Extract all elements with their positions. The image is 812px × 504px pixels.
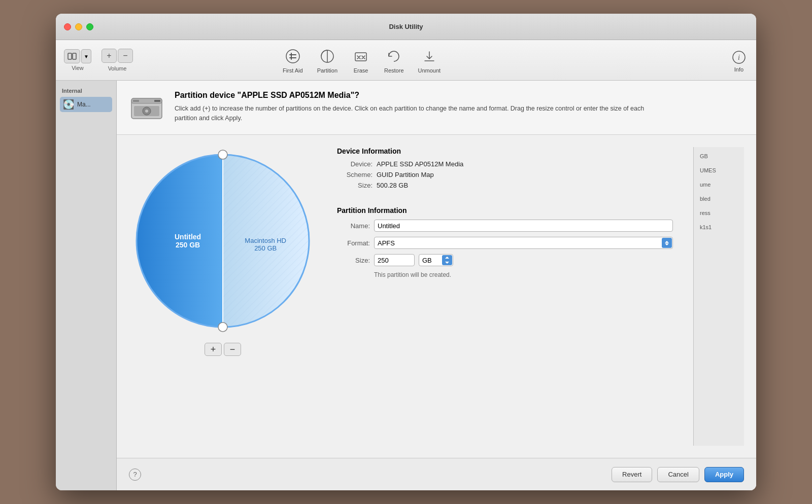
first-aid-icon (284, 47, 302, 65)
partition-label: Partition (317, 67, 337, 74)
format-select[interactable]: APFS Mac OS Extended (Journaled) ExFAT M… (374, 237, 673, 249)
device-value: APPLE SSD AP0512M Media (377, 160, 463, 168)
svg-rect-4 (355, 53, 366, 61)
footer-buttons: Revert Cancel Apply (612, 467, 744, 482)
revert-button[interactable]: Revert (612, 467, 652, 482)
size-unit-wrapper: GB MB TB (419, 254, 453, 266)
sidebar-section-internal: Internal (60, 87, 112, 95)
toolbar: ▼ View + − Volume First A (56, 40, 756, 81)
name-input[interactable] (374, 220, 673, 232)
help-button[interactable]: ? (129, 469, 141, 481)
name-field-row: Name: (337, 220, 673, 232)
size-value: 500.28 GB (377, 182, 408, 189)
svg-rect-13 (154, 100, 160, 102)
first-aid-action[interactable]: First Aid (283, 47, 303, 74)
scheme-label: Scheme: (337, 171, 373, 178)
dialog-description: Click add (+) to increase the number of … (175, 104, 662, 123)
format-field-label: Format: (337, 239, 370, 247)
partition-icon (318, 47, 336, 65)
right-panel: GB UMES ume bled ress k1s1 (693, 147, 744, 446)
scheme-row: Scheme: GUID Partition Map (337, 171, 673, 178)
view-label: View (72, 65, 84, 71)
svg-rect-12 (133, 100, 139, 102)
view-chevron-button[interactable]: ▼ (81, 49, 91, 63)
info-panel: Device Information Device: APPLE SSD AP0… (337, 147, 673, 446)
dialog-body: Untitled 250 GB Macintosh HD 250 GB + − (117, 135, 756, 458)
toolbar-actions: First Aid Partition (283, 47, 441, 74)
restore-icon (385, 47, 403, 65)
maximize-button[interactable] (86, 23, 93, 30)
partition-note: This partition will be created. (374, 271, 673, 278)
info-label: Info (734, 66, 743, 73)
pie-area: Untitled 250 GB Macintosh HD 250 GB + − (129, 147, 317, 446)
size-row: Size: 500.28 GB (337, 182, 673, 189)
sidebar-item-label: Ma... (77, 101, 91, 108)
size-field-label: Size: (337, 257, 370, 264)
apply-button[interactable]: Apply (704, 467, 744, 482)
close-button[interactable] (64, 23, 71, 30)
partition-info: Partition Information Name: Format: APFS… (337, 206, 673, 278)
size-row-inputs: GB MB TB (374, 254, 453, 266)
title-bar: Disk Utility (56, 14, 756, 40)
dialog-header: Partition device "APPLE SSD AP0512M Medi… (117, 81, 756, 135)
sidebar: Internal 💽 Ma... (56, 81, 117, 490)
unmount-icon (420, 47, 438, 65)
svg-rect-1 (73, 53, 76, 59)
restore-action[interactable]: Restore (384, 47, 404, 74)
svg-point-2 (286, 50, 299, 63)
main-area: Internal 💽 Ma... (56, 81, 756, 490)
right-panel-item-ress: ress (698, 208, 740, 218)
erase-action[interactable]: Erase (352, 47, 370, 74)
traffic-lights (64, 23, 93, 30)
size-label: Size: (337, 182, 373, 189)
add-partition-button[interactable]: + (205, 343, 222, 356)
dialog-title: Partition device "APPLE SSD AP0512M Medi… (175, 91, 662, 100)
view-icon-button[interactable] (64, 49, 80, 63)
disk-device-icon (129, 91, 164, 126)
dialog-header-text: Partition device "APPLE SSD AP0512M Medi… (175, 91, 662, 123)
disk-icon: 💽 (63, 99, 74, 110)
info-action[interactable]: i Info (730, 48, 748, 73)
pie-controls: + − (205, 343, 241, 356)
remove-volume-button[interactable]: − (118, 49, 133, 63)
dialog-footer: ? Revert Cancel Apply (117, 458, 756, 490)
partition-action[interactable]: Partition (317, 47, 337, 74)
device-row: Device: APPLE SSD AP0512M Media (337, 160, 673, 168)
pie-chart: Untitled 250 GB Macintosh HD 250 GB (129, 147, 317, 335)
size-field-row: Size: GB MB TB (337, 254, 673, 266)
svg-point-20 (218, 322, 227, 332)
right-panel-item-bled: bled (698, 194, 740, 204)
format-field-row: Format: APFS Mac OS Extended (Journaled)… (337, 237, 673, 249)
svg-point-11 (145, 110, 148, 113)
scheme-value: GUID Partition Map (377, 171, 434, 178)
first-aid-label: First Aid (283, 67, 303, 74)
remove-partition-button[interactable]: − (224, 343, 241, 356)
right-panel-item-umes: UMES (698, 165, 740, 175)
device-info-heading: Device Information (337, 147, 673, 155)
restore-label: Restore (384, 67, 404, 74)
svg-rect-0 (68, 53, 72, 59)
info-icon: i (730, 48, 748, 66)
device-label: Device: (337, 160, 373, 168)
add-volume-button[interactable]: + (101, 49, 117, 63)
view-group: ▼ View (64, 49, 91, 71)
volume-group: + − Volume (101, 49, 133, 71)
app-window: Disk Utility ▼ View + − Volume (56, 14, 756, 490)
volume-label: Volume (108, 65, 127, 71)
window-title: Disk Utility (389, 23, 423, 30)
size-input[interactable] (374, 254, 415, 266)
right-panel-item-gb: GB (698, 151, 740, 161)
minimize-button[interactable] (75, 23, 82, 30)
cancel-button[interactable]: Cancel (657, 467, 699, 482)
unmount-action[interactable]: Unmount (418, 47, 441, 74)
right-panel-item-k1s1: k1s1 (698, 222, 740, 232)
sidebar-item-disk[interactable]: 💽 Ma... (60, 97, 112, 112)
erase-icon (352, 47, 370, 65)
unmount-label: Unmount (418, 67, 441, 74)
size-unit-select[interactable]: GB MB TB (419, 254, 453, 266)
format-select-wrapper: APFS Mac OS Extended (Journaled) ExFAT M… (374, 237, 673, 249)
content-area: Partition device "APPLE SSD AP0512M Medi… (117, 81, 756, 490)
svg-point-19 (218, 150, 227, 159)
device-info: Device Information Device: APPLE SSD AP0… (337, 147, 673, 192)
name-field-label: Name: (337, 222, 370, 230)
